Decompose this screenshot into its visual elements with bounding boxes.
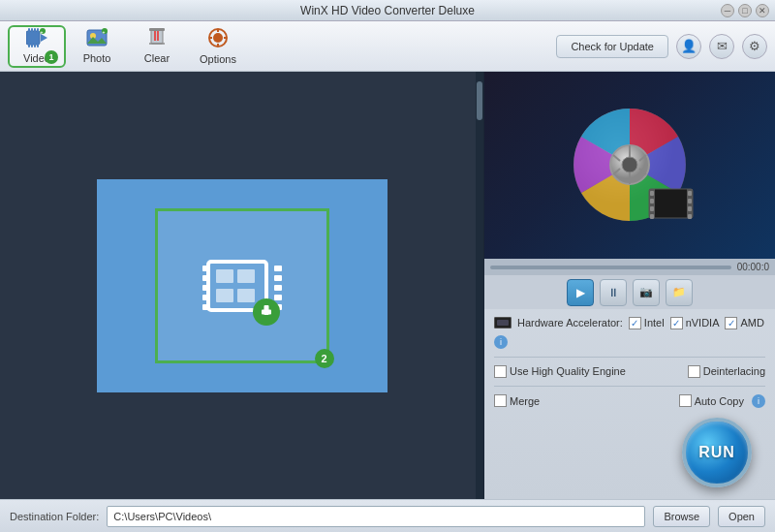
hw-accel-info-icon[interactable]: i [494,335,508,349]
svg-rect-60 [650,206,654,211]
deinterlacing-checkbox[interactable] [688,365,700,378]
options-button[interactable]: Options [188,25,248,68]
auto-copy-checkbox[interactable] [679,394,692,407]
svg-rect-4 [37,28,39,33]
playback-controls: ▶ ⏸ 📷 📁 [484,275,775,309]
progress-track[interactable] [490,266,731,269]
nvidia-label: nVIDIA [686,317,720,329]
browse-button[interactable]: Browse [653,506,710,527]
progress-time: 00:00:0 [737,262,769,272]
run-button[interactable]: RUN [682,418,752,487]
svg-rect-5 [28,43,30,47]
svg-rect-31 [202,285,210,291]
drop-badge: 2 [315,349,334,368]
svg-text:+: + [41,29,44,35]
svg-rect-6 [31,43,33,47]
intel-checkbox-item: Intel [629,317,665,329]
close-button[interactable]: ✕ [756,4,769,17]
amd-checkbox-item: AMD [725,317,763,329]
video-button[interactable]: + Video 1 [8,25,66,68]
svg-rect-63 [688,199,692,203]
svg-rect-8 [37,43,39,47]
intel-label: Intel [644,317,665,329]
user-icon-button[interactable]: 👤 [676,34,701,59]
mail-icon-button[interactable]: ✉ [709,34,734,59]
nvidia-checkbox[interactable] [670,317,683,329]
divider-1 [494,357,765,358]
svg-rect-18 [149,28,165,31]
svg-rect-42 [237,289,255,302]
svg-rect-35 [274,275,282,281]
settings-area: Hardware Accelerator: Intel nVIDIA AMD i [484,309,775,499]
destination-path-input[interactable] [107,506,645,527]
divider-2 [494,386,765,387]
bottom-bar: Destination Folder: Browse Open [0,499,775,532]
pause-button[interactable]: ⏸ [600,279,627,306]
merge-item: Merge [494,394,540,407]
amd-checkbox[interactable] [725,317,737,329]
high-quality-checkbox[interactable] [494,365,507,378]
add-video-icon [199,242,286,329]
svg-rect-1 [28,28,30,33]
svg-rect-40 [237,269,255,283]
hw-accel-label: Hardware Accelerator: [517,317,623,329]
svg-rect-62 [688,191,692,196]
run-btn-area: RUN [494,414,765,491]
toolbar-right: Check for Update 👤 ✉ ⚙ [556,34,767,59]
intel-checkbox[interactable] [629,317,641,329]
folder-button[interactable]: 📁 [666,279,693,306]
toolbar: + Video 1 + Photo [0,21,775,72]
svg-rect-3 [34,28,36,33]
options-icon [207,27,229,51]
high-quality-label: Use High Quality Engine [510,365,626,377]
photo-icon: + [86,28,108,50]
run-button-label: RUN [698,444,735,461]
svg-rect-36 [274,285,282,291]
clear-button-label: Clear [144,52,170,64]
play-button[interactable]: ▶ [567,279,594,306]
clear-button[interactable]: Clear [128,25,186,68]
check-update-button[interactable]: Check for Update [556,35,668,58]
nvidia-checkbox-item: nVIDIA [670,317,720,329]
video-badge: 1 [45,50,58,64]
svg-rect-58 [650,191,654,196]
merge-row: Merge Auto Copy i [494,394,765,408]
drop-zone[interactable]: 2 [97,179,388,392]
left-scrollbar [476,72,483,499]
svg-rect-2 [31,28,33,33]
scrollbar-thumb[interactable] [477,81,482,120]
title-bar: WinX HD Video Converter Deluxe ─ □ ✕ [0,0,775,21]
maximize-button[interactable]: □ [738,4,752,17]
svg-rect-61 [650,214,654,219]
options-button-label: Options [200,53,236,65]
svg-rect-64 [688,206,692,211]
svg-rect-19 [154,31,156,41]
svg-rect-0 [26,31,40,45]
progress-bar-area: 00:00:0 [484,259,775,275]
svg-rect-30 [202,275,210,281]
auto-copy-label: Auto Copy [695,395,744,407]
deinterlacing-item: Deinterlacing [688,365,765,378]
photo-button[interactable]: + Photo [68,25,126,68]
svg-text:+: + [103,29,106,35]
main-area: 2 [0,72,775,499]
hw-accel-row: Hardware Accelerator: Intel nVIDIA AMD i [494,317,765,349]
open-button[interactable]: Open [718,506,765,527]
settings-icon-button[interactable]: ⚙ [742,34,767,59]
video-icon: + [26,28,47,50]
auto-copy-item: Auto Copy [679,394,744,407]
minimize-button[interactable]: ─ [721,4,734,17]
high-quality-item: Use High Quality Engine [494,365,626,378]
screenshot-button[interactable]: 📷 [633,279,660,306]
merge-label: Merge [510,395,540,407]
svg-rect-20 [157,31,159,41]
merge-checkbox[interactable] [494,394,507,407]
svg-rect-41 [216,289,233,302]
svg-rect-7 [34,43,36,47]
add-video-zone[interactable]: 2 [155,208,329,363]
destination-folder-label: Destination Folder: [10,511,99,522]
film-reel-preview [562,102,698,228]
deinterlacing-label: Deinterlacing [703,365,765,377]
auto-copy-info-icon[interactable]: i [752,394,765,408]
svg-rect-29 [202,266,210,271]
